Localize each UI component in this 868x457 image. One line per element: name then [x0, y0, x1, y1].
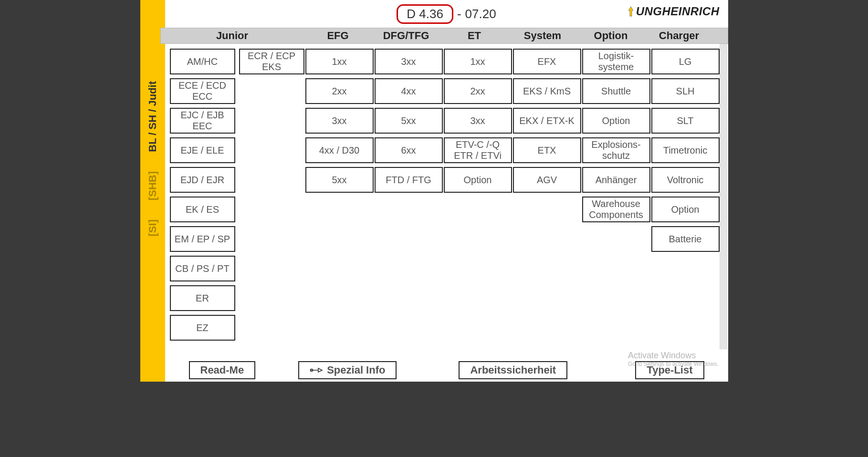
col-junior-a: AM/HC ECE / ECD ECC EJC / EJB EEC EJE / … — [170, 49, 235, 341]
col-header-et: ET — [440, 28, 509, 43]
col-charger: LG SLH SLT Timetronic Voltronic Option B… — [651, 49, 720, 359]
btn-batterie[interactable]: Batterie — [651, 226, 720, 252]
pointing-hand-icon — [310, 365, 323, 375]
btn-efg-3xx[interactable]: 3xx — [305, 108, 374, 134]
vertical-scrollbar[interactable] — [720, 44, 727, 349]
btn-slt[interactable]: SLT — [651, 108, 720, 134]
btn-dfg-5xx[interactable]: 5xx — [375, 108, 443, 134]
btn-am-hc[interactable]: AM/HC — [170, 49, 235, 74]
btn-ekx-etxk[interactable]: EKX / ETX-K — [513, 108, 581, 134]
col-dfg: 3xx 4xx 5xx 6xx FTD / FTG — [375, 49, 443, 359]
btn-ecr-ecp-eks[interactable]: ECR / ECP EKS — [239, 49, 304, 74]
sidebar: BL / SH / Judit [SHB] [SI] — [140, 0, 165, 382]
btn-et-2xx[interactable]: 2xx — [444, 78, 512, 104]
btn-anhaenger[interactable]: Anhänger — [582, 167, 650, 193]
col-system: EFX EKS / KmS EKX / ETX-K ETX AGV — [513, 49, 581, 359]
version-suffix: 07.20 — [465, 7, 496, 21]
col-junior: AM/HC ECE / ECD ECC EJC / EJB EEC EJE / … — [170, 49, 304, 359]
col-header-charger: Charger — [645, 28, 713, 43]
btn-efx[interactable]: EFX — [513, 49, 581, 74]
type-list-button[interactable]: Type-List — [635, 361, 704, 379]
app-window: BL / SH / Judit [SHB] [SI] D 4.36 - 07.2… — [140, 0, 728, 382]
btn-ek-es[interactable]: EK / ES — [170, 197, 235, 222]
col-header-efg: EFG — [304, 28, 372, 43]
btn-option[interactable]: Option — [582, 108, 650, 134]
btn-charger-option[interactable]: Option — [651, 197, 720, 222]
btn-eje-ele[interactable]: EJE / ELE — [170, 137, 235, 163]
readme-button[interactable]: Read-Me — [189, 361, 256, 379]
btn-ftd-ftg[interactable]: FTD / FTG — [375, 167, 443, 193]
btn-et-option[interactable]: Option — [444, 167, 512, 193]
btn-etx[interactable]: ETX — [513, 137, 581, 163]
btn-em-ep-sp[interactable]: EM / EP / SP — [170, 226, 235, 252]
btn-eks-kms[interactable]: EKS / KmS — [513, 78, 581, 104]
version-separator: - — [457, 7, 461, 21]
col-junior-b: ECR / ECP EKS — [239, 49, 304, 341]
sidebar-item-bl-sh-judit[interactable]: BL / SH / Judit — [146, 81, 159, 152]
col-header-dfg: DFG/TFG — [372, 28, 440, 43]
btn-logistiksysteme[interactable]: Logistik-systeme — [582, 49, 650, 74]
col-efg: 1xx 2xx 3xx 4xx / D30 5xx — [305, 49, 374, 359]
col-header-system: System — [509, 28, 577, 43]
btn-lg[interactable]: LG — [651, 49, 720, 74]
col-et: 1xx 2xx 3xx ETV-C /-Q ETR / ETVi Option — [444, 49, 512, 359]
scrollbar-thumb[interactable] — [720, 44, 727, 349]
brand-arrow-icon — [627, 6, 635, 17]
btn-ece-ecd-ecc[interactable]: ECE / ECD ECC — [170, 78, 235, 104]
btn-timetronic[interactable]: Timetronic — [651, 137, 720, 163]
btn-ejd-ejr[interactable]: EJD / EJR — [170, 167, 235, 193]
btn-ez[interactable]: EZ — [170, 315, 235, 341]
bottom-bar: Read-Me Spezial Info Arbeitssicherheit T… — [165, 359, 728, 382]
main-area: D 4.36 - 07.20 UNGHEINRICH Junior EFG DF… — [165, 0, 728, 382]
grid-area: AM/HC ECE / ECD ECC EJC / EJB EEC EJE / … — [165, 44, 728, 359]
btn-dfg-4xx[interactable]: 4xx — [375, 78, 443, 104]
btn-etv-c-q-etr-etvi[interactable]: ETV-C /-Q ETR / ETVi — [444, 137, 512, 163]
spezial-info-button[interactable]: Spezial Info — [298, 361, 397, 379]
btn-explosionsschutz[interactable]: Explosions-schutz — [582, 137, 650, 163]
col-option: Logistik-systeme Shuttle Option Explosio… — [582, 49, 650, 359]
btn-cb-ps-pt[interactable]: CB / PS / PT — [170, 256, 235, 281]
btn-warehouse-components[interactable]: Warehouse Components — [582, 197, 650, 222]
brand-text: UNGHEINRICH — [636, 5, 720, 18]
btn-et-3xx[interactable]: 3xx — [444, 108, 512, 134]
btn-ejc-ejb-eec[interactable]: EJC / EJB EEC — [170, 108, 235, 134]
btn-efg-4xx-d30[interactable]: 4xx / D30 — [305, 137, 374, 163]
btn-et-1xx[interactable]: 1xx — [444, 49, 512, 74]
btn-voltronic[interactable]: Voltronic — [651, 167, 720, 193]
spezial-info-label: Spezial Info — [327, 364, 385, 376]
btn-er[interactable]: ER — [170, 285, 235, 311]
btn-efg-5xx[interactable]: 5xx — [305, 167, 374, 193]
btn-slh[interactable]: SLH — [651, 78, 720, 104]
version-badge: D 4.36 — [397, 4, 453, 24]
top-bar: D 4.36 - 07.20 UNGHEINRICH — [165, 0, 728, 28]
btn-dfg-6xx[interactable]: 6xx — [375, 137, 443, 163]
arbeitssicherheit-button[interactable]: Arbeitssicherheit — [459, 361, 567, 379]
btn-agv[interactable]: AGV — [513, 167, 581, 193]
column-headers: Junior EFG DFG/TFG ET System Option Char… — [160, 28, 728, 44]
btn-shuttle[interactable]: Shuttle — [582, 78, 650, 104]
col-header-junior: Junior — [161, 28, 304, 43]
btn-efg-1xx[interactable]: 1xx — [305, 49, 374, 74]
brand-logo: UNGHEINRICH — [627, 5, 720, 18]
col-header-option: Option — [577, 28, 645, 43]
sidebar-item-si[interactable]: [SI] — [146, 219, 159, 236]
sidebar-item-shb[interactable]: [SHB] — [146, 171, 159, 200]
btn-efg-2xx[interactable]: 2xx — [305, 78, 374, 104]
btn-dfg-3xx[interactable]: 3xx — [375, 49, 443, 74]
